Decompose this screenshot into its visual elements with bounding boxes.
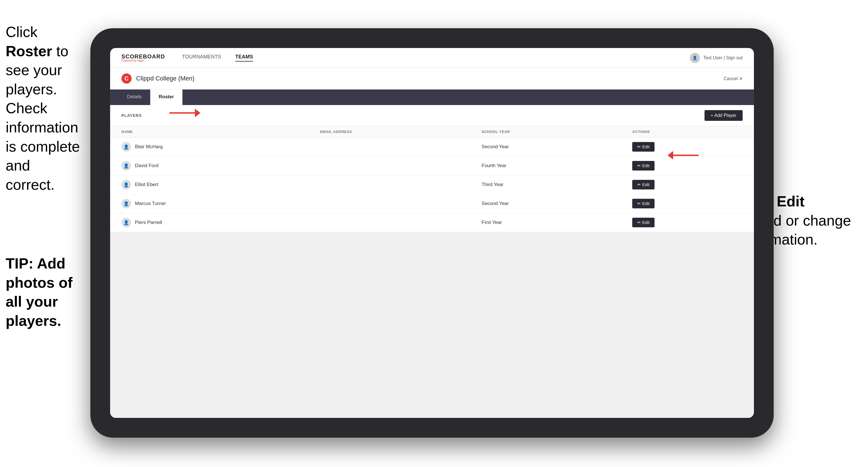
- team-logo: C: [121, 73, 132, 84]
- player-avatar: 👤: [121, 199, 131, 208]
- player-year-cell: Third Year: [470, 175, 621, 194]
- table-row: 👤 Elliot Ebert Third Year ✏ Edit: [110, 175, 754, 194]
- instruction-text: Click Roster tosee your players.Check in…: [6, 24, 80, 193]
- player-year-cell: Second Year: [470, 137, 621, 156]
- tip-label: TIP: Add photos ofall your players.: [6, 255, 72, 329]
- col-name: NAME: [110, 126, 309, 137]
- player-name-cell: 👤 Piers Parnell: [110, 213, 309, 232]
- cancel-button[interactable]: Cancel ✕: [724, 76, 743, 81]
- player-email-cell: [309, 137, 470, 156]
- edit-button[interactable]: ✏ Edit: [632, 142, 654, 152]
- svg-marker-1: [195, 109, 200, 117]
- player-email-cell: [309, 175, 470, 194]
- app-header: SCOREBOARD Powered by clippi TOURNAMENTS…: [110, 48, 754, 68]
- tablet-device: SCOREBOARD Powered by clippi TOURNAMENTS…: [90, 28, 774, 438]
- player-avatar: 👤: [121, 180, 131, 189]
- table-row: 👤 David Ford Fourth Year ✏ Edit: [110, 156, 754, 175]
- player-name: Blair McHarg: [135, 144, 163, 150]
- player-name-cell: 👤 David Ford: [110, 156, 309, 175]
- edit-button[interactable]: ✏ Edit: [632, 161, 654, 170]
- players-table: NAME EMAIL ADDRESS SCHOOL YEAR ACTIONS 👤…: [110, 126, 754, 232]
- tab-details[interactable]: Details: [119, 90, 150, 105]
- user-label[interactable]: Test User | Sign out: [703, 55, 743, 60]
- players-toolbar: PLAYERS + Add Player: [110, 105, 754, 126]
- nav-links: TOURNAMENTS TEAMS: [182, 54, 673, 62]
- instruction-left: Click Roster tosee your players.Check in…: [6, 23, 88, 194]
- player-year-cell: First Year: [470, 213, 621, 232]
- players-label: PLAYERS: [121, 113, 142, 118]
- roster-bold: Roster: [6, 43, 52, 59]
- edit-bold: Edit: [777, 193, 804, 210]
- nav-tournaments[interactable]: TOURNAMENTS: [182, 54, 221, 62]
- player-name-cell: 👤 Marcus Turner: [110, 194, 309, 213]
- add-player-button[interactable]: + Add Player: [705, 110, 743, 121]
- tab-roster[interactable]: Roster: [150, 90, 182, 105]
- logo-area: SCOREBOARD Powered by clippi: [121, 54, 165, 62]
- roster-arrow-svg: [166, 104, 200, 121]
- edit-button[interactable]: ✏ Edit: [632, 199, 654, 208]
- player-name: Elliot Ebert: [135, 182, 158, 187]
- player-email-cell: [309, 213, 470, 232]
- player-avatar: 👤: [121, 161, 131, 170]
- player-email-cell: [309, 194, 470, 213]
- logo-text: SCOREBOARD: [121, 54, 165, 59]
- nav-teams[interactable]: TEAMS: [235, 54, 253, 62]
- player-avatar: 👤: [121, 218, 131, 227]
- table-row: 👤 Piers Parnell First Year ✏ Edit: [110, 213, 754, 232]
- user-icon: 👤: [690, 53, 700, 63]
- team-header: C Clippd College (Men) Cancel ✕: [110, 68, 754, 90]
- team-title-area: C Clippd College (Men): [121, 73, 194, 84]
- user-area: 👤 Test User | Sign out: [690, 53, 743, 63]
- edit-arrow-svg: [668, 147, 702, 164]
- player-actions-cell: ✏ Edit: [621, 175, 754, 194]
- player-name: Piers Parnell: [135, 220, 162, 225]
- player-avatar: 👤: [121, 142, 131, 152]
- player-name-cell: 👤 Elliot Ebert: [110, 175, 309, 194]
- table-row: 👤 Blair McHarg Second Year ✏ Edit: [110, 137, 754, 156]
- player-name: David Ford: [135, 163, 158, 168]
- players-section: PLAYERS + Add Player NAME EMAIL ADDRESS …: [110, 105, 754, 232]
- edit-button[interactable]: ✏ Edit: [632, 218, 654, 227]
- col-actions: ACTIONS: [621, 126, 754, 137]
- roster-arrow: [166, 104, 200, 123]
- edit-arrow: [668, 147, 702, 165]
- player-email-cell: [309, 156, 470, 175]
- logo-sub: Powered by clippi: [121, 59, 165, 62]
- player-name-cell: 👤 Blair McHarg: [110, 137, 309, 156]
- player-year-cell: Fourth Year: [470, 156, 621, 175]
- tablet-screen: SCOREBOARD Powered by clippi TOURNAMENTS…: [110, 48, 754, 418]
- tabs-bar: Details Roster: [110, 90, 754, 105]
- col-school-year: SCHOOL YEAR: [470, 126, 621, 137]
- col-email: EMAIL ADDRESS: [309, 126, 470, 137]
- tip-text: TIP: Add photos ofall your players.: [6, 254, 93, 330]
- player-actions-cell: ✏ Edit: [621, 213, 754, 232]
- table-header-row: NAME EMAIL ADDRESS SCHOOL YEAR ACTIONS: [110, 126, 754, 137]
- player-actions-cell: ✏ Edit: [621, 194, 754, 213]
- edit-button[interactable]: ✏ Edit: [632, 180, 654, 189]
- player-name: Marcus Turner: [135, 201, 166, 207]
- player-year-cell: Second Year: [470, 194, 621, 213]
- team-name: Clippd College (Men): [136, 75, 194, 82]
- svg-marker-3: [668, 151, 673, 159]
- table-row: 👤 Marcus Turner Second Year ✏ Edit: [110, 194, 754, 213]
